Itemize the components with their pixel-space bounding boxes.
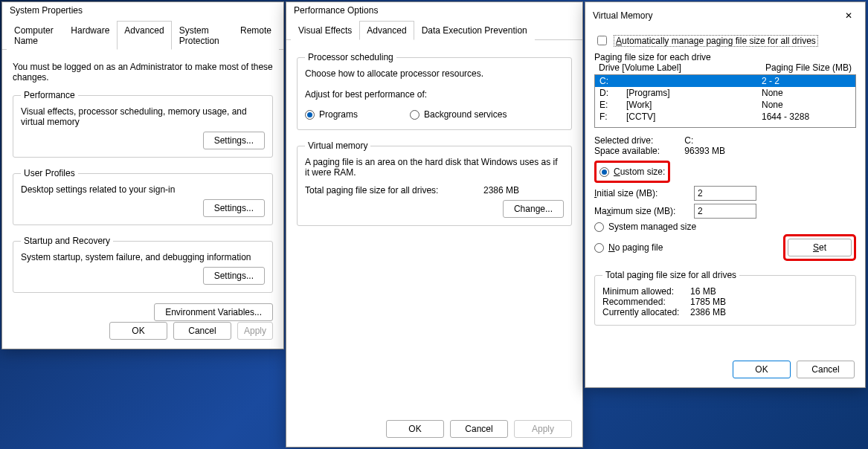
user-profiles-group: User Profiles Desktop settings related t… — [13, 168, 273, 225]
performance-settings-button[interactable]: Settings... — [203, 132, 265, 149]
drive-row-e[interactable]: E: [Work] None — [595, 99, 855, 111]
dialog-title: Performance Options — [294, 5, 378, 16]
radio-programs[interactable]: Programs — [305, 109, 358, 120]
virtual-memory-legend: Virtual memory — [305, 140, 370, 151]
vm-total-value: 2386 MB — [483, 185, 519, 196]
radio-bg-label: Background services — [424, 109, 507, 120]
radio-dot-icon — [594, 222, 604, 232]
maximum-size-label: Maximum size (MB): — [594, 206, 691, 216]
drive-row-f[interactable]: F: [CCTV] 1644 - 3288 — [595, 111, 855, 123]
tab-computer-name[interactable]: Computer Name — [7, 21, 63, 50]
performance-desc: Visual effects, processor scheduling, me… — [21, 106, 265, 127]
user-profiles-legend: User Profiles — [21, 168, 78, 178]
hdr-drive: Drive [Volume Label] — [599, 62, 762, 73]
radio-custom-size[interactable]: Custom size: — [599, 167, 665, 177]
currently-allocated-value: 2386 MB — [690, 307, 726, 317]
sched-desc: Choose how to allocate processor resourc… — [305, 68, 564, 79]
space-available-value: 96393 MB — [684, 146, 725, 156]
radio-dot-icon — [594, 243, 604, 253]
cancel-button[interactable]: Cancel — [450, 420, 508, 438]
initial-size-label: Initial size (MB): — [594, 188, 691, 198]
environment-variables-button[interactable]: Environment Variables... — [154, 303, 273, 321]
auto-manage-checkbox[interactable]: Automatically manage paging file size fo… — [594, 33, 856, 48]
startup-desc: System startup, system failure, and debu… — [21, 252, 265, 262]
initial-size-input[interactable] — [694, 186, 756, 201]
tab-visual-effects[interactable]: Visual Effects — [291, 21, 359, 40]
radio-dot-icon — [410, 110, 419, 120]
dialog-title: Virtual Memory — [593, 10, 652, 21]
tab-strip: Computer Name Hardware Advanced System P… — [2, 20, 283, 50]
totals-group: Total paging file size for all drives Mi… — [594, 270, 856, 326]
radio-background-services[interactable]: Background services — [410, 109, 507, 120]
tab-remote[interactable]: Remote — [233, 21, 279, 50]
tab-hardware[interactable]: Hardware — [63, 21, 117, 50]
sched-radios: Programs Background services — [305, 107, 564, 122]
drive-list-header: Drive [Volume Label] Paging File Size (M… — [594, 62, 856, 73]
auto-manage-label: Automatically manage paging file size fo… — [614, 35, 818, 47]
performance-legend: Performance — [21, 90, 78, 100]
close-button[interactable]: ✕ — [832, 5, 865, 26]
drive-row-d[interactable]: D: [Programs] None — [595, 87, 855, 99]
user-profiles-desc: Desktop settings related to your sign-in — [21, 184, 265, 195]
footer-buttons: OK Cancel Apply — [386, 420, 572, 438]
selected-drive-row: Selected drive: C: — [594, 135, 856, 146]
startup-settings-button[interactable]: Settings... — [203, 267, 265, 285]
drive-list[interactable]: C: 2 - 2 D: [Programs] None E: [Work] No… — [594, 74, 856, 128]
tab-system-protection[interactable]: System Protection — [172, 21, 233, 50]
tab-dep[interactable]: Data Execution Prevention — [414, 21, 535, 40]
apply-button[interactable]: Apply — [514, 420, 572, 438]
tab-advanced[interactable]: Advanced — [117, 21, 171, 50]
radio-programs-label: Programs — [319, 109, 358, 120]
maximum-size-row: Maximum size (MB): — [594, 204, 856, 219]
custom-size-highlight: Custom size: — [594, 161, 670, 183]
set-button[interactable]: Set — [788, 239, 852, 256]
performance-options-dialog: Performance Options Visual Effects Advan… — [286, 1, 583, 448]
drive-row-c[interactable]: C: 2 - 2 — [595, 75, 855, 87]
cancel-button[interactable]: Cancel — [797, 361, 855, 378]
min-allowed-label: Minimum allowed: — [602, 286, 690, 297]
ok-button[interactable]: OK — [386, 420, 444, 438]
ok-button[interactable]: OK — [733, 361, 791, 378]
tab-strip: Visual Effects Advanced Data Execution P… — [286, 20, 582, 40]
sched-adjust: Adjust for best performance of: — [305, 89, 564, 100]
system-properties-dialog: System Properties Computer Name Hardware… — [1, 1, 284, 349]
footer-buttons: OK Cancel — [733, 361, 855, 378]
startup-legend: Startup and Recovery — [21, 236, 113, 246]
radio-system-managed[interactable]: System managed size — [594, 222, 856, 232]
space-available-row: Space available: 96393 MB — [594, 146, 856, 156]
titlebar: Performance Options — [286, 2, 582, 19]
vm-change-button[interactable]: Change... — [503, 200, 564, 218]
content: Processor scheduling Choose how to alloc… — [286, 40, 582, 244]
set-button-highlight: Set — [783, 234, 856, 261]
hdr-size: Paging File Size (MB) — [765, 62, 852, 73]
close-icon: ✕ — [845, 10, 852, 21]
cancel-button[interactable]: Cancel — [173, 322, 231, 340]
titlebar: System Properties — [2, 2, 283, 19]
titlebar: Virtual Memory ✕ — [585, 2, 865, 29]
selected-drive-label: Selected drive: — [594, 135, 682, 146]
vm-desc: A paging file is an area on the hard dis… — [305, 157, 564, 178]
selected-drive-value: C: — [684, 135, 693, 146]
footer-buttons: OK Cancel Apply — [109, 322, 273, 340]
ok-button[interactable]: OK — [109, 322, 167, 340]
apply-button[interactable]: Apply — [237, 322, 273, 340]
content: You must be logged on as an Administrato… — [2, 50, 283, 311]
tab-advanced[interactable]: Advanced — [359, 21, 414, 40]
no-paging-label: No paging file — [608, 242, 663, 253]
user-profiles-settings-button[interactable]: Settings... — [203, 199, 265, 217]
admin-note: You must be logged on as an Administrato… — [13, 62, 273, 83]
radio-dot-icon — [305, 110, 315, 120]
processor-scheduling-group: Processor scheduling Choose how to alloc… — [297, 52, 572, 130]
custom-size-label: Custom size: — [614, 167, 665, 177]
checkbox-icon[interactable] — [597, 36, 607, 45]
maximum-size-input[interactable] — [694, 204, 756, 219]
processor-scheduling-legend: Processor scheduling — [305, 52, 396, 62]
virtual-memory-dialog: Virtual Memory ✕ Automatically manage pa… — [585, 1, 866, 388]
performance-group: Performance Visual effects, processor sc… — [13, 90, 273, 158]
totals-legend: Total paging file size for all drives — [602, 270, 739, 280]
radio-no-paging-file[interactable]: No paging file — [594, 242, 663, 253]
drive-list-label: Paging file size for each drive — [594, 52, 856, 62]
dialog-title: System Properties — [10, 5, 83, 16]
space-available-label: Space available: — [594, 146, 682, 156]
vm-total-row: Total paging file size for all drives: 2… — [305, 185, 564, 196]
